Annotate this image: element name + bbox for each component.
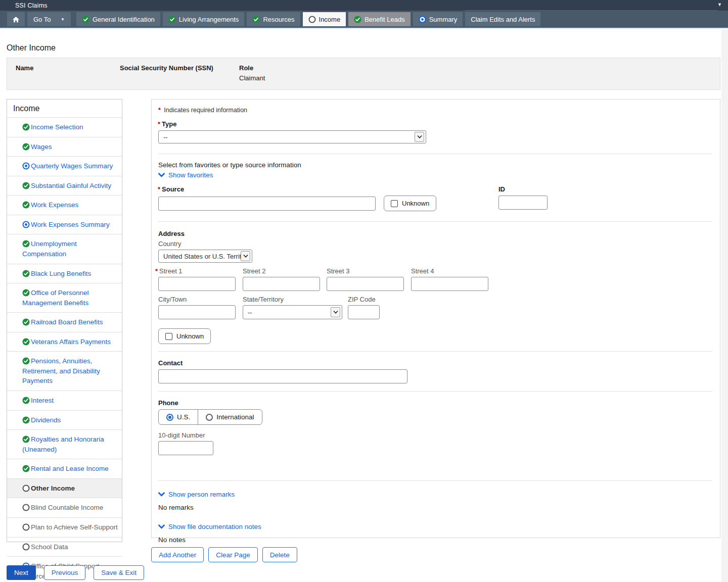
sidebar-item-veterans-affairs-payments[interactable]: Veterans Affairs Payments (7, 332, 122, 352)
show-file-documentation-notes-link[interactable]: Show file documentation notes (158, 523, 712, 530)
next-button[interactable]: Next (7, 565, 36, 580)
sidebar-item-quarterly-wages-summary[interactable]: Quarterly Wages Summary (7, 157, 122, 176)
completed-check-icon (22, 201, 30, 209)
completed-check-icon (22, 123, 30, 131)
phone-number-input[interactable] (158, 441, 213, 455)
not-started-icon (22, 504, 30, 511)
tab-label: Claim Edits and Alerts (471, 16, 535, 23)
section-divider (158, 351, 712, 352)
type-select[interactable]: -- (158, 130, 426, 143)
phone-international-radio[interactable]: International (198, 410, 261, 424)
tab-living-arrangements[interactable]: Living Arrangements (163, 12, 245, 26)
delete-button[interactable]: Delete (262, 547, 297, 562)
checkbox-icon (165, 333, 172, 340)
show-favorites-link[interactable]: Show favorites (158, 171, 712, 179)
tab-claim-edits-and-alerts[interactable]: Claim Edits and Alerts (465, 12, 540, 26)
sidebar-item-label: School Data (31, 543, 68, 551)
tab-benefit-leads[interactable]: Benefit Leads (348, 12, 411, 26)
sidebar-item-royalties-and-honoraria-unearned[interactable]: Royalties and Honoraria (Unearned) (7, 430, 122, 459)
sidebar-item-other-income[interactable]: Other Income (7, 479, 122, 499)
sidebar-item-rental-and-lease-income[interactable]: Rental and Lease Income (7, 459, 122, 479)
source-input[interactable] (158, 197, 376, 211)
sidebar-item-railroad-board-benefits[interactable]: Railroad Board Benefits (7, 313, 122, 332)
sidebar-item-unemployment-compensation[interactable]: Unemployment Compensation (7, 234, 122, 264)
not-started-icon (22, 543, 30, 551)
address-unknown-checkbox[interactable]: Unknown (158, 328, 211, 344)
tab-income[interactable]: Income (303, 12, 346, 26)
id-input[interactable] (498, 196, 548, 210)
city-input[interactable] (158, 305, 236, 319)
street1-input[interactable] (158, 277, 236, 291)
phone-section-label: Phone (158, 399, 712, 407)
sidebar-item-label: Dividends (31, 416, 61, 424)
zip-label: ZIP Code (348, 296, 380, 303)
tab-label: Summary (429, 16, 458, 23)
sidebar-item-dividends[interactable]: Dividends (7, 411, 122, 430)
sidebar-item-label: Wages (31, 143, 52, 151)
collapse-banner-icon[interactable]: ▼ (717, 2, 722, 7)
in-progress-icon (22, 162, 30, 170)
sidebar-item-office-of-personnel-management-benefits[interactable]: Office of Personnel Management Benefits (7, 283, 122, 313)
sidebar-item-label: Work Expenses (31, 201, 78, 209)
required-asterisk: * (158, 120, 160, 128)
country-select[interactable]: United States or U.S. Territory (158, 250, 252, 263)
sidebar-item-wages[interactable]: Wages (7, 137, 122, 157)
tab-summary[interactable]: Summary (413, 12, 463, 26)
sidebar-item-label: Blind Countable Income (31, 504, 103, 511)
street4-input[interactable] (411, 277, 488, 291)
required-asterisk: * (158, 185, 160, 193)
clear-page-button[interactable]: Clear Page (208, 547, 258, 562)
state-select[interactable]: -- (243, 305, 342, 319)
zip-input[interactable] (348, 305, 380, 319)
select-arrow-icon (241, 251, 250, 261)
sidebar-item-work-expenses-summary[interactable]: Work Expenses Summary (7, 215, 122, 235)
source-label: *Source (158, 185, 712, 193)
sidebar-item-black-lung-benefits[interactable]: Black Lung Benefits (7, 264, 122, 284)
completed-check-icon (252, 16, 260, 23)
section-divider (158, 154, 712, 154)
page-footer-actions: Next Previous Save & Exit (7, 565, 152, 580)
sidebar-item-label: Plan to Achieve Self-Support (31, 523, 118, 531)
section-divider (158, 391, 712, 392)
state-label: State/Territory (243, 296, 348, 303)
previous-button[interactable]: Previous (44, 565, 86, 580)
contact-input[interactable] (158, 369, 407, 383)
city-label: City/Town (158, 296, 243, 303)
phone-us-radio[interactable]: U.S. (159, 410, 198, 424)
goto-menu-button[interactable]: Go To ▼ (27, 12, 71, 26)
completed-check-icon (22, 182, 30, 189)
select-arrow-icon (415, 132, 424, 142)
sidebar-item-label: Unemployment Compensation (22, 240, 77, 258)
sidebar-item-label: Substantial Gainful Activity (31, 182, 111, 189)
sidebar-item-label: Rental and Lease Income (31, 465, 109, 472)
show-person-remarks-link[interactable]: Show person remarks (158, 491, 712, 498)
street3-input[interactable] (327, 277, 404, 291)
completed-check-icon (22, 465, 30, 472)
completed-check-icon (354, 16, 361, 23)
completed-check-icon (22, 416, 30, 424)
add-another-button[interactable]: Add Another (151, 547, 204, 562)
sidebar-item-work-expenses[interactable]: Work Expenses (7, 196, 122, 215)
tab-label: Benefit Leads (365, 16, 405, 23)
home-icon (12, 16, 20, 23)
radio-selected-icon (166, 414, 173, 421)
sidebar-item-label: Veterans Affairs Payments (31, 338, 111, 346)
tab-resources[interactable]: Resources (247, 12, 300, 26)
tab-general-identification[interactable]: General Identification (76, 12, 160, 26)
sidebar-item-plan-to-achieve-self-support[interactable]: Plan to Achieve Self-Support (7, 518, 122, 538)
sidebar-item-blind-countable-income[interactable]: Blind Countable Income (7, 498, 122, 518)
sidebar-item-label: Railroad Board Benefits (31, 318, 103, 326)
save-exit-button[interactable]: Save & Exit (94, 565, 144, 580)
sidebar-item-school-data[interactable]: School Data (7, 538, 122, 557)
home-button[interactable] (7, 12, 25, 26)
notes-empty-text: No notes (158, 536, 712, 544)
sidebar-item-substantial-gainful-activity[interactable]: Substantial Gainful Activity (7, 176, 122, 196)
sidebar-item-interest[interactable]: Interest (7, 391, 122, 411)
sidebar-item-pensions-annuities-retirement-and-disability-payments[interactable]: Pensions, Annuities, Retirement, and Dis… (7, 352, 122, 391)
completed-check-icon (22, 338, 30, 346)
source-unknown-checkbox[interactable]: Unknown (384, 196, 436, 211)
street2-input[interactable] (243, 277, 320, 291)
sidebar-item-label: Royalties and Honoraria (Unearned) (22, 435, 104, 453)
sidebar-item-income-selection[interactable]: Income Selection (7, 118, 122, 137)
role-value: Claimant (239, 74, 265, 82)
